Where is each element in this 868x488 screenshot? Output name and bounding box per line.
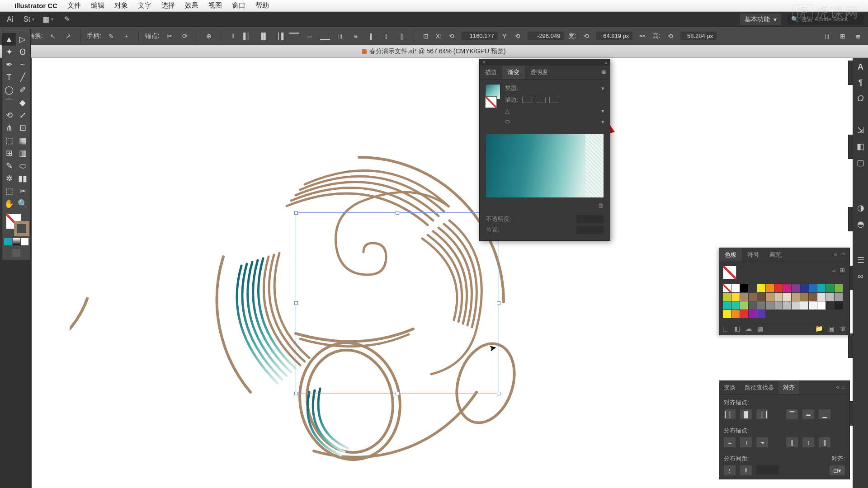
panel-menu-icon[interactable]: ≣: [598, 66, 610, 79]
ref-point-icon[interactable]: ⊡: [420, 31, 431, 42]
align-vcenter-icon[interactable]: ═: [304, 31, 315, 42]
export-icon[interactable]: ⇲: [857, 125, 864, 135]
swatch-cell[interactable]: [731, 293, 740, 301]
swatch-cell[interactable]: [749, 284, 757, 292]
handle-e[interactable]: [497, 301, 500, 305]
swatch-cell[interactable]: [723, 301, 731, 310]
selection-bounding-box[interactable]: [296, 212, 499, 394]
handle-s[interactable]: [396, 392, 399, 395]
align-vcenter-btn[interactable]: ═: [802, 409, 814, 419]
swatch-cell[interactable]: [800, 301, 808, 310]
paragraph-icon[interactable]: ¶: [859, 78, 863, 88]
align-top-icon[interactable]: ▔▔: [289, 31, 300, 42]
menu-type[interactable]: 文字: [138, 1, 151, 10]
swatch-cell[interactable]: [817, 293, 826, 301]
swatch-cell[interactable]: [774, 301, 783, 310]
color-mode-gradient[interactable]: [13, 238, 20, 245]
paintbrush-tool[interactable]: ✐: [16, 84, 29, 96]
type-dropdown[interactable]: ▾: [601, 85, 604, 92]
anchor-remove-icon[interactable]: ⟳: [179, 31, 190, 42]
align-to-dropdown[interactable]: ⊡▾: [830, 465, 845, 475]
menu-window[interactable]: 窗口: [232, 1, 245, 10]
column-graph-tool[interactable]: ▮▮: [16, 172, 29, 185]
align-left-icon[interactable]: ▌▏: [243, 31, 254, 42]
swatch-cell[interactable]: [757, 284, 765, 292]
h-value[interactable]: 58.284 px: [680, 32, 717, 40]
dist-space-v-btn[interactable]: ⫶: [724, 465, 736, 475]
handle-n[interactable]: [396, 211, 399, 215]
link-xy2-icon[interactable]: ⟲: [512, 31, 523, 42]
delete-stop-icon[interactable]: 🗑: [480, 202, 610, 209]
swatch-cell[interactable]: [731, 310, 740, 318]
menu-view[interactable]: 视图: [208, 1, 222, 10]
dist-space-h-btn[interactable]: ⫴: [740, 465, 752, 475]
scale-tool[interactable]: ⤢: [16, 109, 29, 122]
panel-close-icon[interactable]: ×: [482, 59, 486, 66]
tab-pathfinder[interactable]: 路径查找器: [740, 381, 778, 394]
dist-right-btn[interactable]: ‖: [819, 437, 830, 447]
swatch-cell[interactable]: [766, 284, 774, 292]
appearance-icon[interactable]: ◑: [857, 203, 864, 213]
link-wh2-icon[interactable]: ⟲: [665, 31, 676, 42]
shape-builder-tool[interactable]: ⬚: [2, 134, 16, 147]
aspect-dropdown[interactable]: ▾: [601, 118, 604, 125]
swatch-cell[interactable]: [809, 293, 817, 301]
panel-opt2-icon[interactable]: ⊞: [837, 31, 848, 42]
swatch-cell[interactable]: [740, 301, 748, 310]
align-right-btn[interactable]: ▕▕: [756, 409, 768, 419]
eyedropper-tool[interactable]: ✎: [2, 160, 16, 172]
grid-view-icon[interactable]: ⊞: [840, 267, 845, 273]
swatch-cell[interactable]: [766, 293, 774, 301]
home-icon[interactable]: Ai: [4, 14, 16, 25]
angle-dropdown[interactable]: ▾: [601, 108, 604, 114]
swatch-cell[interactable]: [749, 301, 757, 310]
swatch-cell[interactable]: [817, 284, 826, 292]
stroke-swatch[interactable]: [14, 221, 29, 236]
blend-tool[interactable]: ⬭: [16, 160, 29, 172]
dist-h-icon[interactable]: ⫼: [335, 31, 346, 42]
stroke-within-icon[interactable]: [522, 97, 532, 103]
zoom-tool[interactable]: 🔍: [16, 197, 29, 210]
fill-stroke-control[interactable]: [2, 212, 30, 237]
handle-show-icon[interactable]: ✎: [106, 31, 117, 42]
dock-tab-3[interactable]: [848, 207, 853, 231]
align-bottom-icon[interactable]: ▁▁: [320, 31, 330, 42]
panel-menu-icon[interactable]: ≣: [841, 251, 846, 259]
swatch-cell[interactable]: [826, 301, 834, 310]
layers-icon[interactable]: ☰: [857, 255, 864, 265]
tab-transform[interactable]: 变换: [719, 381, 740, 394]
swatch-cell[interactable]: [800, 284, 808, 292]
align-hcenter-icon[interactable]: ▐▌: [258, 31, 269, 42]
convert-corner-icon[interactable]: ↖: [47, 31, 58, 42]
magic-wand-tool[interactable]: ✦: [2, 46, 16, 58]
swatch-cell[interactable]: [783, 301, 791, 310]
gradient-tool[interactable]: ▥: [16, 147, 29, 160]
stroke-across-icon[interactable]: [549, 97, 559, 103]
link-wh-icon[interactable]: ⟲: [581, 31, 592, 42]
shaper-tool[interactable]: ⌒: [2, 96, 16, 109]
swatch-cell[interactable]: [723, 310, 731, 318]
swatch-cell[interactable]: [792, 301, 800, 310]
menu-file[interactable]: 文件: [67, 1, 81, 10]
type-tool[interactable]: T: [2, 71, 16, 84]
symbol-sprayer-tool[interactable]: ✲: [2, 172, 16, 185]
perspective-tool[interactable]: ▦: [16, 134, 29, 147]
delete-swatch-icon[interactable]: 🗑: [840, 325, 846, 332]
hand-tool[interactable]: ✋: [2, 197, 16, 210]
pen-tool[interactable]: ✒: [2, 58, 16, 71]
color-mode-color[interactable]: [4, 238, 12, 245]
eraser-tool[interactable]: ◆: [16, 96, 29, 109]
panel-opt1-icon[interactable]: ⫼: [822, 31, 833, 42]
app-name[interactable]: Illustrator CC: [14, 2, 57, 9]
swatch-cell[interactable]: [774, 284, 783, 292]
panel-collapse-icon[interactable]: «: [604, 60, 607, 65]
lasso-tool[interactable]: ʘ: [16, 46, 29, 58]
dock-tab-5[interactable]: [848, 333, 853, 358]
anchor-add-icon[interactable]: ✂: [164, 31, 175, 42]
align-menu-icon[interactable]: ⫴: [227, 31, 238, 42]
dist-hcenter-btn[interactable]: ⫿: [802, 437, 814, 447]
search-input[interactable]: 🔍 搜索 Adobe Stock: [788, 14, 864, 25]
panel-menu-icon[interactable]: ≣: [853, 31, 863, 42]
menu-effect[interactable]: 效果: [185, 1, 198, 10]
dist-right-icon[interactable]: ‖: [396, 31, 407, 42]
